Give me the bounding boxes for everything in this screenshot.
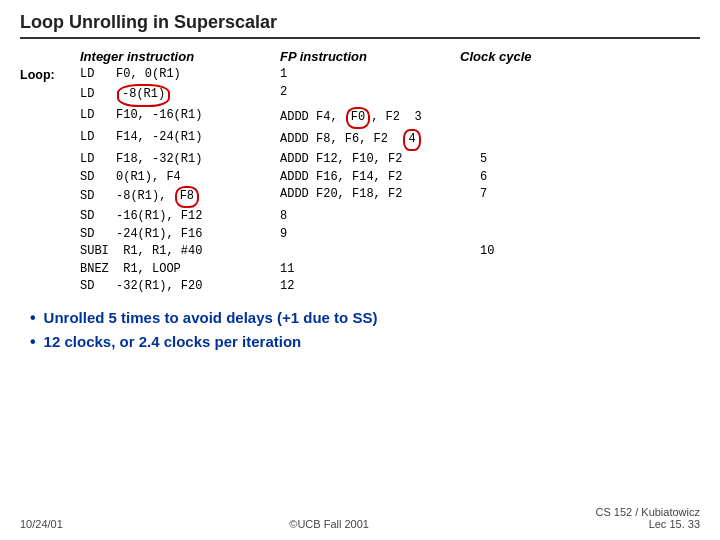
row7-label bbox=[20, 186, 80, 208]
instr-fp-6: ADDD F16, F14, F2 bbox=[280, 169, 480, 186]
instr-cycle-6: 6 bbox=[480, 169, 560, 186]
instr-cycle-10: 10 bbox=[480, 243, 560, 260]
instr-op-1: LD F0, 0(R1) bbox=[80, 66, 280, 84]
instr-op-5: LD F18, -32(R1) bbox=[80, 151, 280, 168]
instr-op-9: SD -24(R1), F16 bbox=[80, 226, 280, 243]
instr-op-2: LD -8(R1) bbox=[80, 84, 280, 106]
bullet-dot-1: • bbox=[30, 309, 36, 327]
footer: 10/24/01 ©UCB Fall 2001 CS 152 / Kubiato… bbox=[20, 500, 700, 530]
column-headers: Integer instruction FP instruction Clock… bbox=[20, 49, 700, 64]
instr-op-4: LD F14, -24(R1) bbox=[80, 129, 280, 151]
bullet-dot-2: • bbox=[30, 333, 36, 351]
instr-fp-5: ADDD F12, F10, F2 bbox=[280, 151, 480, 168]
footer-right: CS 152 / Kubiatowicz Lec 15. 33 bbox=[595, 506, 700, 530]
instr-cycle-11 bbox=[480, 261, 560, 278]
instr-fp-8: 8 bbox=[280, 208, 480, 225]
table-row: LD -8(R1) 2 bbox=[20, 84, 700, 106]
instr-cycle-9 bbox=[480, 226, 560, 243]
footer-copyright: ©UCB Fall 2001 bbox=[289, 518, 369, 530]
table-row: SUBI R1, R1, #40 10 bbox=[20, 243, 700, 260]
instr-op-12: SD -32(R1), F20 bbox=[80, 278, 280, 295]
col-header-fp: FP instruction bbox=[280, 49, 460, 64]
content-area: Integer instruction FP instruction Clock… bbox=[20, 49, 700, 530]
row9-label bbox=[20, 226, 80, 243]
circle-f8: F8 bbox=[175, 186, 199, 208]
col-header-cycle: Clock cycle bbox=[460, 49, 580, 64]
instr-cycle-3 bbox=[480, 107, 560, 129]
instr-op-11: BNEZ R1, LOOP bbox=[80, 261, 280, 278]
footer-date: 10/24/01 bbox=[20, 518, 63, 530]
loop-label: Loop: bbox=[20, 66, 80, 84]
instr-cycle-5: 5 bbox=[480, 151, 560, 168]
instr-cycle-4 bbox=[480, 129, 560, 151]
circle-f0: F0 bbox=[346, 107, 370, 129]
instr-op-8: SD -16(R1), F12 bbox=[80, 208, 280, 225]
instr-fp-11: 11 bbox=[280, 261, 480, 278]
row5-label bbox=[20, 151, 80, 168]
footer-lecture: Lec 15. 33 bbox=[595, 518, 700, 530]
row10-label bbox=[20, 243, 80, 260]
instr-op-7: SD -8(R1), F8 bbox=[80, 186, 280, 208]
table-row: BNEZ R1, LOOP 11 bbox=[20, 261, 700, 278]
col-header-1 bbox=[20, 49, 80, 64]
main-page: Loop Unrolling in Superscalar Integer in… bbox=[0, 0, 720, 540]
bullet-text-1: Unrolled 5 times to avoid delays (+1 due… bbox=[44, 309, 378, 326]
bullet-text-2: 12 clocks, or 2.4 clocks per iteration bbox=[44, 333, 302, 350]
instr-cycle-12 bbox=[480, 278, 560, 295]
table-row: LD F14, -24(R1) ADDD F8, F6, F2 4 bbox=[20, 129, 700, 151]
bullet-item-1: • Unrolled 5 times to avoid delays (+1 d… bbox=[30, 309, 700, 327]
instr-fp-10 bbox=[280, 243, 480, 260]
instr-op-3: LD F10, -16(R1) bbox=[80, 107, 280, 129]
row6-label bbox=[20, 169, 80, 186]
instr-fp-12: 12 bbox=[280, 278, 480, 295]
instr-op-10: SUBI R1, R1, #40 bbox=[80, 243, 280, 260]
instr-op-6: SD 0(R1), F4 bbox=[80, 169, 280, 186]
table-row: Loop: LD F0, 0(R1) 1 bbox=[20, 66, 700, 84]
col-header-integer: Integer instruction bbox=[80, 49, 280, 64]
row8-label bbox=[20, 208, 80, 225]
instr-fp-3: ADDD F4, F0, F2 3 bbox=[280, 107, 480, 129]
instr-fp-9: 9 bbox=[280, 226, 480, 243]
instr-fp-2: 2 bbox=[280, 84, 480, 106]
row3-label bbox=[20, 107, 80, 129]
bullets-section: • Unrolled 5 times to avoid delays (+1 d… bbox=[20, 309, 700, 357]
table-row: SD -8(R1), F8 ADDD F20, F18, F2 7 bbox=[20, 186, 700, 208]
table-row: LD F18, -32(R1) ADDD F12, F10, F2 5 bbox=[20, 151, 700, 168]
bullet-item-2: • 12 clocks, or 2.4 clocks per iteration bbox=[30, 333, 700, 351]
table-row: SD -32(R1), F20 12 bbox=[20, 278, 700, 295]
page-title: Loop Unrolling in Superscalar bbox=[20, 12, 277, 33]
circle-r1-2: -8(R1) bbox=[117, 84, 170, 106]
instructions-table: Loop: LD F0, 0(R1) 1 LD -8(R1) 2 LD F10,… bbox=[20, 66, 700, 295]
title-bar: Loop Unrolling in Superscalar bbox=[20, 12, 700, 39]
row2-label bbox=[20, 84, 80, 106]
table-row: SD -16(R1), F12 8 bbox=[20, 208, 700, 225]
row4-label bbox=[20, 129, 80, 151]
instr-cycle-2 bbox=[480, 84, 560, 106]
instr-cycle-1 bbox=[480, 66, 560, 84]
instr-fp-4: ADDD F8, F6, F2 4 bbox=[280, 129, 480, 151]
table-row: SD 0(R1), F4 ADDD F16, F14, F2 6 bbox=[20, 169, 700, 186]
table-row: SD -24(R1), F16 9 bbox=[20, 226, 700, 243]
row12-label bbox=[20, 278, 80, 295]
instr-cycle-7: 7 bbox=[480, 186, 560, 208]
footer-course: CS 152 / Kubiatowicz bbox=[595, 506, 700, 518]
instr-fp-7: ADDD F20, F18, F2 bbox=[280, 186, 480, 208]
instr-cycle-8 bbox=[480, 208, 560, 225]
row11-label bbox=[20, 261, 80, 278]
circle-4: 4 bbox=[403, 129, 420, 151]
instr-fp-1: 1 bbox=[280, 66, 480, 84]
table-row: LD F10, -16(R1) ADDD F4, F0, F2 3 bbox=[20, 107, 700, 129]
